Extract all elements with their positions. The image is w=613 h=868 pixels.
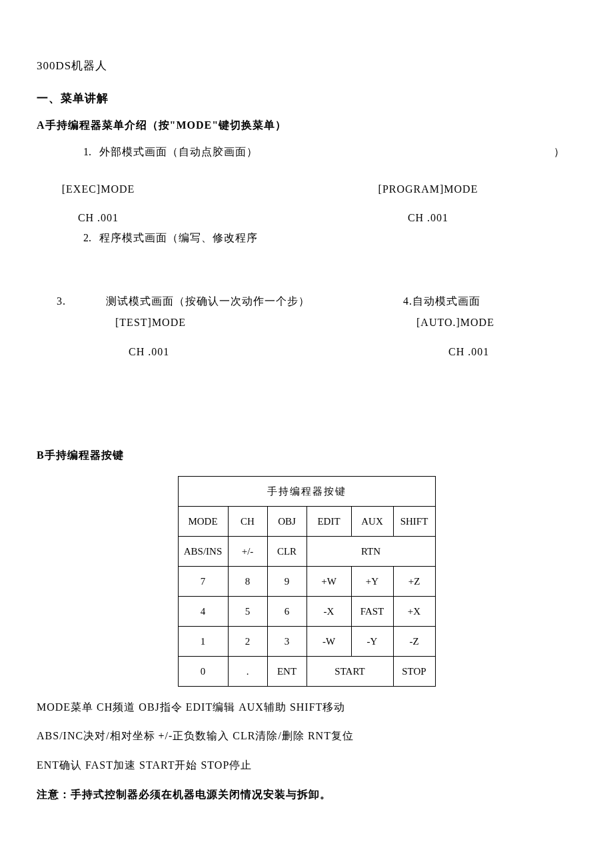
item1-num: 1. xyxy=(37,143,99,161)
legend-line-2: ABS/INC决对/相对坐标 +/-正负数输入 CLR清除/删除 RNT复位 xyxy=(37,727,576,745)
program-mode-label: [PROGRAM]MODE xyxy=(306,181,576,198)
key-ch: CH xyxy=(228,506,267,536)
key-start: START xyxy=(306,656,393,686)
key-obj: OBJ xyxy=(267,506,306,536)
key-clr: CLR xyxy=(267,536,306,566)
test-mode-ch: CH .001 xyxy=(57,343,376,361)
item1-desc: 外部模式画面（自动点胶画面） xyxy=(99,143,258,161)
program-mode-ch: CH .001 xyxy=(306,209,576,227)
key-plus-y: +Y xyxy=(351,566,393,596)
key-rtn: RTN xyxy=(306,536,435,566)
key-mode: MODE xyxy=(178,506,228,536)
key-shift: SHIFT xyxy=(393,506,435,536)
doc-title: 300DS机器人 xyxy=(37,57,576,75)
key-4: 4 xyxy=(178,596,228,626)
key-plus-x: +X xyxy=(393,596,435,626)
key-abs-ins: ABS/INS xyxy=(178,536,228,566)
key-stop: STOP xyxy=(393,656,435,686)
key-3: 3 xyxy=(267,626,306,656)
key-0: 0 xyxy=(178,656,228,686)
test-mode-label: [TEST]MODE xyxy=(57,314,376,331)
key-aux: AUX xyxy=(351,506,393,536)
warning-note: 注意：手持式控制器必须在机器电源关闭情况安装与拆卸。 xyxy=(37,786,576,803)
key-minus-x: -X xyxy=(306,596,351,626)
key-ent: ENT xyxy=(267,656,306,686)
auto-mode-label: [AUTO.]MODE xyxy=(376,314,576,331)
key-7: 7 xyxy=(178,566,228,596)
item3-num: 3. xyxy=(57,295,66,307)
key-5: 5 xyxy=(228,596,267,626)
item2-num: 2. xyxy=(37,229,99,247)
legend-block: MODE菜单 CH频道 OBJ指令 EDIT编辑 AUX辅助 SHIFT移动 A… xyxy=(37,699,576,774)
key-minus-w: -W xyxy=(306,626,351,656)
modes-block-1: 1. 外部模式画面（自动点胶画面） ） [EXEC]MODE CH .001 [… xyxy=(37,143,576,246)
key-fast: FAST xyxy=(351,596,393,626)
key-1: 1 xyxy=(178,626,228,656)
modes-block-2: 3. 测试模式画面（按确认一次动作一个步） [TEST]MODE CH .001… xyxy=(37,293,576,360)
key-9: 9 xyxy=(267,566,306,596)
key-minus-y: -Y xyxy=(351,626,393,656)
key-dot: . xyxy=(228,656,267,686)
auto-mode-ch: CH .001 xyxy=(376,343,576,361)
key-edit: EDIT xyxy=(306,506,351,536)
item1-stray-paren: ） xyxy=(554,143,564,161)
key-6: 6 xyxy=(267,596,306,626)
item4-label: 4.自动模式画面 xyxy=(376,293,576,310)
key-2: 2 xyxy=(228,626,267,656)
key-8: 8 xyxy=(228,566,267,596)
legend-line-3: ENT确认 FAST加速 START开始 STOP停止 xyxy=(37,757,576,774)
key-minus-z: -Z xyxy=(393,626,435,656)
exec-mode-label: [EXEC]MODE xyxy=(37,181,306,198)
section1-heading: 一、菜单讲解 xyxy=(37,89,576,107)
key-plus-w: +W xyxy=(306,566,351,596)
sectionA-heading: A手持编程器菜单介绍（按"MODE"键切换菜单） xyxy=(37,117,576,134)
key-plus-z: +Z xyxy=(393,566,435,596)
item2-desc: 程序模式画面（编写、修改程序 xyxy=(99,229,258,247)
keypad-caption: 手持编程器按键 xyxy=(178,476,435,506)
key-plusminus: +/- xyxy=(228,536,267,566)
item3-desc: 测试模式画面（按确认一次动作一个步） xyxy=(106,295,310,307)
sectionB-heading: B手持编程器按键 xyxy=(37,447,576,464)
keypad-table: 手持编程器按键 MODE CH OBJ EDIT AUX SHIFT ABS/I… xyxy=(178,476,436,687)
legend-line-1: MODE菜单 CH频道 OBJ指令 EDIT编辑 AUX辅助 SHIFT移动 xyxy=(37,699,576,716)
exec-mode-ch: CH .001 xyxy=(37,209,306,227)
